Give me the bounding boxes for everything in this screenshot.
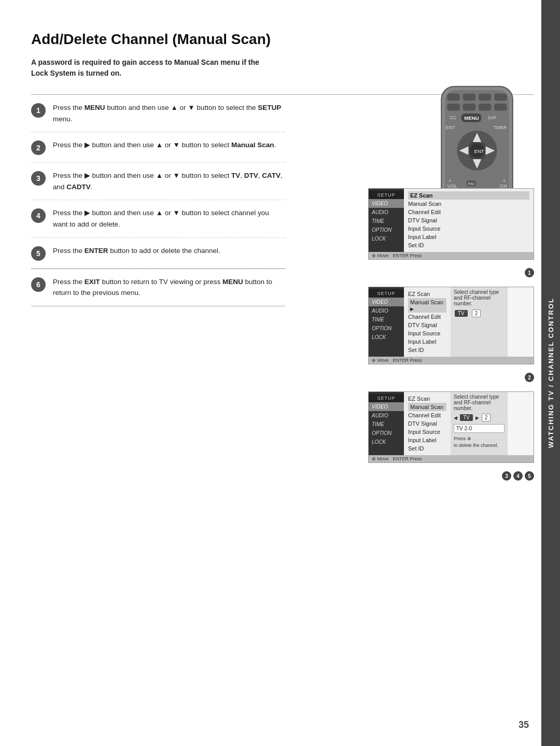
screen2-time: TIME xyxy=(369,315,404,324)
screen2-option: OPTION xyxy=(369,324,404,333)
screen2-menu: EZ Scan Manual Scan Channel Edit DTV Sig… xyxy=(404,287,451,357)
screen1-dtvsignal: DTV Signal xyxy=(408,216,529,224)
step-3-text: Press the ▶ button and then use ▲ or ▼ b… xyxy=(53,170,285,192)
svg-rect-3 xyxy=(463,94,476,101)
screen2-right-controls: TV 2 xyxy=(454,309,505,317)
screen1-inputlabel: Input Label xyxy=(408,233,529,241)
screen3: SETUP VIDEO AUDIO TIME OPTION LOCK EZ Sc… xyxy=(368,391,534,463)
screen2-badge: 2 xyxy=(525,373,534,382)
screen3-press-note: Press ⊕to delete the channel. xyxy=(454,435,505,448)
screen3-channeledit: Channel Edit xyxy=(408,411,446,419)
screen2-audio: AUDIO xyxy=(369,306,404,315)
step-1-circle: 1 xyxy=(31,103,46,118)
screen1-ezscan: EZ Scan xyxy=(408,191,529,200)
screen3-lock: LOCK xyxy=(369,438,404,446)
screen3-manualscan: Manual Scan xyxy=(408,403,446,411)
step-4-text: Press the ▶ button and then use ▲ or ▼ b… xyxy=(53,207,285,230)
page-subtitle: A password is required to gain access to… xyxy=(31,57,259,79)
screen1-video: VIDEO xyxy=(369,199,404,208)
svg-rect-6 xyxy=(447,104,460,111)
step-1-text: Press the MENU button and then use ▲ or … xyxy=(53,102,285,124)
screen2: SETUP VIDEO AUDIO TIME OPTION LOCK EZ Sc… xyxy=(368,287,534,364)
step-2-row: 2 Press the ▶ button and then use ▲ or ▼… xyxy=(31,132,285,163)
screen1-footer-move: ⊕ Move xyxy=(372,253,389,258)
side-tab-label: WATCHING TV / CHANNEL CONTROL xyxy=(547,298,555,448)
screen1-inner: SETUP VIDEO AUDIO TIME OPTION LOCK EZ Sc… xyxy=(369,189,534,252)
screen3-tv20: TV 2-0 xyxy=(454,424,505,433)
screen2-inputsource: Input Source xyxy=(408,329,446,337)
step-1-row: 1 Press the MENU button and then use ▲ o… xyxy=(31,95,285,132)
screen2-tv-btn: TV xyxy=(455,310,468,317)
screenshots-column: CC MENU SAP EXIT TIMER xyxy=(301,95,534,490)
screen3-badge-row: 3 4 5 xyxy=(502,471,534,481)
screen1-audio: AUDIO xyxy=(369,208,404,217)
content-layout: 1 Press the MENU button and then use ▲ o… xyxy=(31,95,534,490)
remote-image: CC MENU SAP EXIT TIMER xyxy=(420,79,534,183)
screen1-setid: Set ID xyxy=(408,241,529,249)
screen3-audio: AUDIO xyxy=(369,411,404,420)
screen3-setup-label: SETUP xyxy=(369,394,404,402)
step-6-circle: 6 xyxy=(31,277,46,292)
screen3-badge-5: 5 xyxy=(525,471,534,481)
screen3-option: OPTION xyxy=(369,429,404,438)
screen3-right-text: Select channel type and RF-channel numbe… xyxy=(454,394,505,411)
screen2-footer-enter: ENTER Press xyxy=(393,358,422,363)
screen3-footer-enter: ENTER Press xyxy=(393,456,422,461)
svg-text:FAV: FAV xyxy=(468,181,475,186)
screen1-footer-enter: ENTER Press xyxy=(393,253,422,258)
instructions-column: 1 Press the MENU button and then use ▲ o… xyxy=(31,95,285,490)
screen2-right-panel: Select channel type and RF-channel numbe… xyxy=(451,287,508,357)
screen2-setup-label: SETUP xyxy=(369,289,404,298)
screen3-footer-move: ⊕ Move xyxy=(372,456,389,461)
screen2-num-btn: 2 xyxy=(472,309,481,317)
screen2-manualscan: Manual Scan xyxy=(408,298,446,313)
screen2-lock: LOCK xyxy=(369,333,404,342)
screen2-inputlabel: Input Label xyxy=(408,337,446,346)
screen1-manualscan: Manual Scan xyxy=(408,200,529,208)
screen3-setid: Set ID xyxy=(408,444,446,453)
step-3-circle: 3 xyxy=(31,171,46,186)
screen2-dtvsignal: DTV Signal xyxy=(408,321,446,329)
page-number: 35 xyxy=(519,720,529,730)
screen3-sidebar: SETUP VIDEO AUDIO TIME OPTION LOCK xyxy=(369,392,404,455)
svg-rect-5 xyxy=(494,94,507,101)
screen3-tv-btn: TV xyxy=(460,414,473,421)
svg-rect-7 xyxy=(463,104,476,111)
screen1-menu: EZ Scan Manual Scan Channel Edit DTV Sig… xyxy=(404,189,534,252)
screen3-right-panel: Select channel type and RF-channel numbe… xyxy=(451,392,508,455)
screen3-footer: ⊕ Move ENTER Press xyxy=(369,455,534,462)
screen2-badge-row: 2 xyxy=(525,373,534,382)
screen3-inputlabel: Input Label xyxy=(408,436,446,444)
svg-text:EXIT: EXIT xyxy=(446,125,455,130)
svg-text:CC: CC xyxy=(450,116,456,120)
svg-rect-8 xyxy=(479,104,492,111)
screen2-right-text: Select channel type and RF-channel numbe… xyxy=(454,289,505,306)
screen2-group: SETUP VIDEO AUDIO TIME OPTION LOCK EZ Sc… xyxy=(368,287,534,382)
svg-rect-2 xyxy=(447,94,460,101)
screen3-time: TIME xyxy=(369,420,404,429)
svg-text:ENT: ENT xyxy=(474,148,484,154)
step-4-row: 4 Press the ▶ button and then use ▲ or ▼… xyxy=(31,200,285,237)
screen1-lock: LOCK xyxy=(369,234,404,243)
screen2-ezscan: EZ Scan xyxy=(408,290,446,298)
step-5-text: Press the ENTER button to add or delete … xyxy=(53,245,220,257)
screen1-option: OPTION xyxy=(369,226,404,234)
screen2-sidebar: SETUP VIDEO AUDIO TIME OPTION LOCK xyxy=(369,287,404,357)
screen3-menu: EZ Scan Manual Scan Channel Edit DTV Sig… xyxy=(404,392,451,455)
screen3-arrow-left: ◀ xyxy=(454,415,457,420)
step-6-text: Press the EXIT button to return to TV vi… xyxy=(53,276,285,299)
screen1-channeledit: Channel Edit xyxy=(408,208,529,216)
page-title: Add/Delete Channel (Manual Scan) xyxy=(31,31,534,48)
screen1-time: TIME xyxy=(369,217,404,226)
side-tab: WATCHING TV / CHANNEL CONTROL xyxy=(541,0,560,746)
svg-text:TIMER: TIMER xyxy=(494,125,507,130)
screen3-num-btn: 2 xyxy=(482,414,491,421)
svg-rect-9 xyxy=(494,104,507,111)
screen1-badge: 1 xyxy=(525,268,534,277)
screen1: SETUP VIDEO AUDIO TIME OPTION LOCK EZ Sc… xyxy=(368,188,534,260)
screen1-sidebar: SETUP VIDEO AUDIO TIME OPTION LOCK xyxy=(369,189,404,252)
screen3-ezscan: EZ Scan xyxy=(408,395,446,403)
screen3-video: VIDEO xyxy=(369,402,404,411)
step-5-row: 5 Press the ENTER button to add or delet… xyxy=(31,238,285,269)
screen2-inner: SETUP VIDEO AUDIO TIME OPTION LOCK EZ Sc… xyxy=(369,287,534,357)
